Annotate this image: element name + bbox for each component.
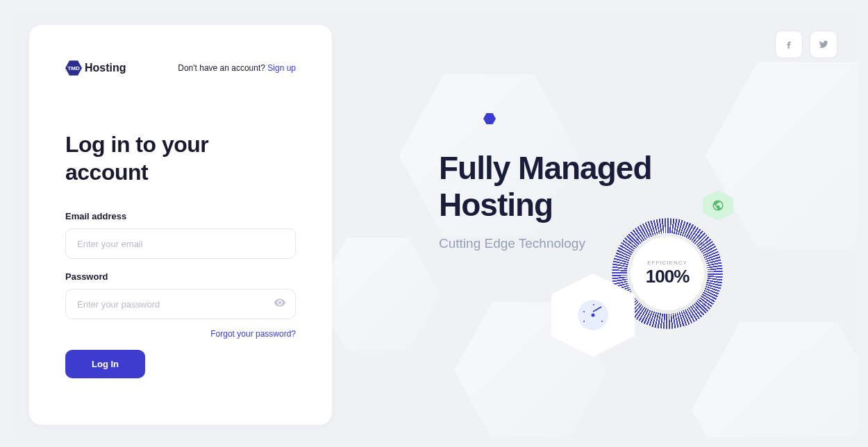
facebook-button[interactable] xyxy=(775,31,803,58)
speedometer-icon xyxy=(578,300,608,330)
email-label: Email address xyxy=(65,211,296,221)
login-card: TMD Hosting Don't have an account? Sign … xyxy=(29,25,332,425)
social-buttons xyxy=(775,31,837,58)
card-header: TMD Hosting Don't have an account? Sign … xyxy=(65,60,296,76)
gauge-label: EFFICIENCY xyxy=(647,260,687,266)
facebook-icon xyxy=(783,39,794,50)
password-field[interactable] xyxy=(65,289,296,319)
forgot-password-link[interactable]: Forgot your password? xyxy=(65,329,296,339)
bg-hexagon xyxy=(692,312,858,437)
hero-title: Fully Managed Hosting xyxy=(439,150,651,224)
signup-link[interactable]: Sign up xyxy=(267,63,296,73)
twitter-button[interactable] xyxy=(810,31,837,58)
logo: TMD Hosting xyxy=(65,60,126,76)
password-group: Password xyxy=(65,271,296,319)
gauge-center: EFFICIENCY 100% xyxy=(631,237,704,310)
login-button[interactable]: Log In xyxy=(65,350,145,378)
eye-icon[interactable] xyxy=(274,296,286,312)
hero-hexagon-icon xyxy=(483,112,496,125)
signup-prompt: Don't have an account? Sign up xyxy=(178,63,296,73)
password-label: Password xyxy=(65,271,296,282)
email-group: Email address xyxy=(65,211,296,259)
bg-hexagon xyxy=(706,51,858,260)
signup-text: Don't have an account? xyxy=(178,63,267,73)
email-field[interactable] xyxy=(65,228,296,259)
twitter-icon xyxy=(818,39,829,50)
login-heading: Log in to your account xyxy=(65,130,296,186)
logo-text: Hosting xyxy=(85,62,126,74)
globe-icon xyxy=(712,199,724,212)
logo-icon: TMD xyxy=(65,60,82,76)
bg-hexagon xyxy=(315,232,440,357)
gauge-value: 100% xyxy=(646,266,690,287)
logo-badge: TMD xyxy=(67,65,79,71)
hero-title-line2: Hosting xyxy=(439,187,553,223)
hero-title-line1: Fully Managed xyxy=(439,150,651,186)
